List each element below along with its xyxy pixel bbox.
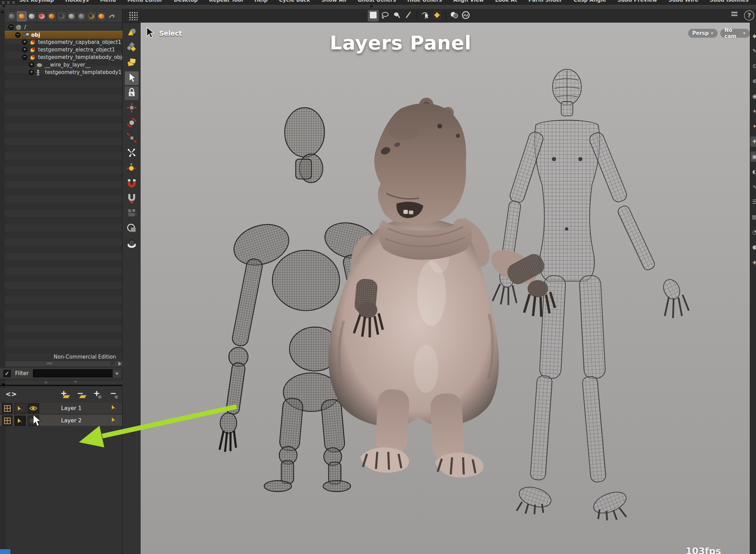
layer-select-button[interactable] [14,416,26,426]
remove-layer-button[interactable]: − [74,389,86,400]
menu-item-cusp-angle[interactable]: Cusp Angle [574,0,606,3]
tree-row-obj[interactable]: −obj [5,31,132,39]
mini-scrollbar[interactable] [5,380,123,385]
shelf-tool-test-figure[interactable] [7,11,17,21]
shelf-tool-bone[interactable] [27,11,37,21]
dots-grid-icon[interactable] [129,11,138,20]
layer-row-layer-2[interactable]: Layer 2 [0,415,122,426]
scroll-up-icon[interactable] [44,381,48,383]
expander-minus-icon[interactable]: − [8,24,14,30]
display-option-10-icon[interactable]: ∿ [751,182,756,192]
menu-item-set-keymap[interactable]: Set Keymap [19,0,54,3]
lasso-select-button[interactable] [379,10,390,22]
scrollbar-knob[interactable] [46,362,52,364]
menu-item-hide-others[interactable]: Hide Others [407,0,442,3]
horizontal-scrollbar[interactable] [5,361,123,367]
menu-item-align-view[interactable]: Align View [453,0,484,3]
expander-minus-icon[interactable]: − [15,32,21,38]
bones-tool[interactable] [125,147,139,160]
layer-row-layer-1[interactable]: Layer 1 [0,402,122,413]
human-wireframe-model[interactable] [493,69,689,520]
rotate-tool[interactable] [125,117,139,130]
scroll-right-icon[interactable] [118,362,121,366]
menu-item-subd-isolines[interactable]: Subd Isolines [710,0,748,3]
filter-input[interactable] [33,369,114,377]
scrollbar-button[interactable] [110,362,115,365]
shelf-tool-crag[interactable] [96,11,106,21]
menu-item-parm-slider[interactable]: Parm Slider [529,0,562,3]
tree-row-[interactable]: −/ [5,23,126,31]
pane-menu-caret-icon[interactable] [2,5,5,8]
display-option-14-icon[interactable]: ● [751,242,756,252]
viewport-3d[interactable]: Select Layers Panel Persp No cam 103fps [141,23,750,554]
camera-tool[interactable] [125,207,139,221]
scroll-down-icon[interactable] [74,381,77,383]
divider-caret-icon[interactable] [2,384,5,386]
filter-dropdown-button[interactable] [113,369,121,378]
expander-plus-icon[interactable]: + [22,47,27,52]
tree-row-testgeometry-capybara-object1[interactable]: +testgeometry_capybara_object1 [5,38,139,46]
tree-row-testgeometry-electra-object1[interactable]: +testgeometry_electra_object1 [5,46,139,53]
menu-item-hotkeys[interactable]: Hotkeys [65,0,88,3]
pane-layout-icon[interactable] [731,12,737,16]
menu-item-show-all[interactable]: Show All [321,0,346,3]
layer-visibility-toggle[interactable] [27,403,39,413]
menu-item-ghost-others[interactable]: Ghost Others [358,0,396,3]
snap-magnet-star[interactable] [125,192,139,206]
shelf-tool-shirt[interactable] [47,11,57,21]
filter-checkbox[interactable]: ✓ [3,370,11,377]
laser-select-button[interactable] [403,10,414,22]
display-option-5-icon[interactable]: ☀ [751,106,756,117]
add-layer-button[interactable]: + [58,389,70,400]
pointer-select-button[interactable] [420,10,431,22]
display-option-11-icon[interactable]: ☰ [751,197,756,207]
menu-item-menu[interactable]: Menu [100,0,116,3]
panel-gutter[interactable] [0,9,5,554]
expander-plus-icon[interactable]: + [29,62,34,68]
snap-mode-button[interactable] [432,10,442,22]
display-option-12-icon[interactable]: ▤ [751,212,756,222]
menu-item-cycle-back[interactable]: Cycle Back [279,0,310,3]
translate-tool[interactable] [125,101,139,115]
secure-selection-lock[interactable] [125,86,139,100]
display-option-4-icon[interactable]: ◉ [751,91,756,101]
capybara-model[interactable] [329,98,555,478]
scroll-up-icon[interactable] [1,11,4,13]
display-option-13-icon[interactable]: ◔ [751,227,756,237]
remove-item-button[interactable]: − [107,389,119,400]
snap-diamond-tool[interactable] [125,41,139,55]
help-icon[interactable]: ? [744,10,754,21]
wire-mode-button[interactable] [460,10,471,22]
perspective-selector[interactable]: Persp [688,29,718,38]
menu-item-look-at[interactable]: Look At [495,0,517,3]
expander-plus-icon[interactable]: + [22,39,27,45]
scale-tool[interactable] [125,132,139,145]
select-arrow-tool[interactable] [125,71,139,85]
shelf-jump-arrow-icon[interactable] [106,11,118,21]
layer-expand-arrow-icon[interactable] [111,405,117,411]
menu-item-desktop[interactable]: Desktop [174,0,198,3]
handle-tool[interactable] [125,26,139,40]
tree-row-testgeometry-templatebody-object1[interactable]: −testgeometry_templatebody_object1 [5,53,139,61]
brush-select-button[interactable] [391,10,402,22]
display-option-1-icon[interactable]: ✎ [751,46,756,56]
menu-item-menu-editor[interactable]: Menu Editor [127,0,163,3]
add-item-button[interactable]: + [91,389,103,400]
box-select-button[interactable] [368,10,379,22]
shelf-tool-shader-ball[interactable] [76,11,86,21]
pose-transform-tool[interactable] [125,162,139,176]
layer-grid-button[interactable] [2,416,12,426]
display-option-7-icon[interactable]: ✚ [751,136,756,147]
view-mask-tool[interactable] [125,222,139,236]
snap-magnet-on[interactable] [125,177,139,191]
menu-item-repeat-tool[interactable]: Repeat Tool [209,0,243,3]
shade-mode-button[interactable] [449,10,460,22]
expander-plus-icon[interactable]: + [29,70,34,75]
display-option-15-icon[interactable]: ◈ [751,257,756,267]
menu-item-subd-wire[interactable]: Subd Wire [669,0,698,3]
code-view-toggle[interactable]: <> [5,390,17,398]
display-option-6-icon[interactable]: ✦ [751,121,756,132]
display-option-3-icon[interactable]: ⊗ [751,76,756,86]
shelf-tool-rubber-toy[interactable] [17,11,27,21]
display-option-9-icon[interactable]: ◐ [751,167,756,177]
